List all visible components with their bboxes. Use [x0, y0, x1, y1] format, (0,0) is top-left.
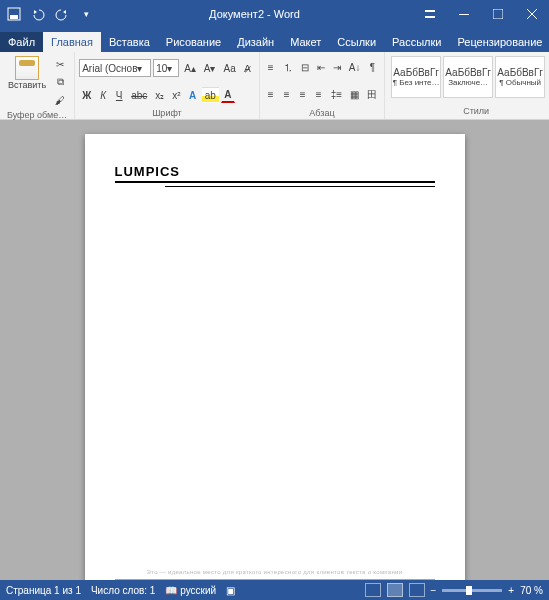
- superscript-icon[interactable]: x²: [169, 87, 183, 103]
- window-title: Документ2 - Word: [96, 8, 413, 20]
- clear-format-icon[interactable]: A̷: [241, 60, 255, 76]
- numbering-icon[interactable]: ⒈: [280, 60, 296, 76]
- svg-rect-3: [425, 16, 435, 18]
- tab-insert[interactable]: Вставка: [101, 32, 158, 52]
- status-page[interactable]: Страница 1 из 1: [6, 585, 81, 596]
- group-font-label: Шрифт: [79, 108, 255, 119]
- view-web-icon[interactable]: [409, 583, 425, 597]
- document-title[interactable]: LUMPICS: [115, 164, 435, 179]
- minimize-icon[interactable]: [447, 0, 481, 28]
- undo-icon[interactable]: [28, 4, 48, 24]
- zoom-in-button[interactable]: +: [508, 585, 514, 596]
- change-case-icon[interactable]: Aa: [221, 60, 239, 76]
- zoom-level[interactable]: 70 %: [520, 585, 543, 596]
- status-words[interactable]: Число слов: 1: [91, 585, 155, 596]
- status-lang[interactable]: 📖 русский: [165, 585, 216, 596]
- multilevel-icon[interactable]: ⊟: [298, 60, 312, 76]
- tab-mailings[interactable]: Рассылки: [384, 32, 449, 52]
- maximize-icon[interactable]: [481, 0, 515, 28]
- group-paragraph: ≡ ⒈ ⊟ ⇤ ⇥ A↓ ¶ ≡ ≡ ≡ ≡ ‡≡ ▦ 田 Абзац: [260, 52, 385, 119]
- footer-tagline: Это — идеальное место для краткого интер…: [115, 569, 435, 575]
- style-normal[interactable]: АаБбВвГг ¶ Обычный: [495, 56, 545, 98]
- bold-icon[interactable]: Ж: [79, 87, 94, 103]
- view-read-icon[interactable]: [365, 583, 381, 597]
- redo-icon[interactable]: [52, 4, 72, 24]
- font-name-select[interactable]: Arial (Основ▾: [79, 59, 151, 77]
- line-spacing-icon[interactable]: ‡≡: [328, 87, 345, 103]
- show-marks-icon[interactable]: ¶: [365, 60, 379, 76]
- statusbar: Страница 1 из 1 Число слов: 1 📖 русский …: [0, 580, 549, 600]
- align-left-icon[interactable]: ≡: [264, 87, 278, 103]
- document-body[interactable]: [115, 187, 435, 569]
- shrink-font-icon[interactable]: A▾: [201, 60, 219, 76]
- align-center-icon[interactable]: ≡: [280, 87, 294, 103]
- indent-dec-icon[interactable]: ⇤: [314, 60, 328, 76]
- paste-button[interactable]: Вставить: [4, 54, 50, 92]
- status-accessibility-icon[interactable]: ▣: [226, 585, 235, 596]
- font-color-icon[interactable]: A: [221, 87, 235, 103]
- tab-layout[interactable]: Макет: [282, 32, 329, 52]
- shading-icon[interactable]: ▦: [347, 87, 362, 103]
- ribbon: Вставить ✂ ⧉ 🖌 Буфер обме… Arial (Основ▾…: [0, 52, 549, 120]
- group-font: Arial (Основ▾ 10▾ A▴ A▾ Aa A̷ Ж К Ч abc …: [75, 52, 260, 119]
- indent-inc-icon[interactable]: ⇥: [330, 60, 344, 76]
- style-conclusion[interactable]: АаБбВвГг Заключе…: [443, 56, 493, 98]
- group-clipboard: Вставить ✂ ⧉ 🖌 Буфер обме…: [0, 52, 75, 119]
- tab-references[interactable]: Ссылки: [329, 32, 384, 52]
- grow-font-icon[interactable]: A▴: [181, 60, 199, 76]
- style-no-spacing[interactable]: АаБбВвГг ¶ Без инте…: [391, 56, 441, 98]
- document-workspace[interactable]: LUMPICS Это — идеальное место для кратко…: [0, 120, 549, 580]
- tab-review[interactable]: Рецензирование: [449, 32, 549, 52]
- group-styles: АаБбВвГг ¶ Без инте… АаБбВвГг Заключе… А…: [385, 52, 549, 119]
- tab-design[interactable]: Дизайн: [229, 32, 282, 52]
- ribbon-tabs: Файл Главная Вставка Рисование Дизайн Ма…: [0, 28, 549, 52]
- svg-rect-4: [459, 14, 469, 15]
- cut-icon[interactable]: ✂: [52, 56, 68, 72]
- copy-icon[interactable]: ⧉: [52, 74, 68, 90]
- clipboard-icon: [15, 56, 39, 80]
- highlight-icon[interactable]: ab: [202, 87, 219, 103]
- ribbon-options-icon[interactable]: [413, 0, 447, 28]
- titlebar: ▾ Документ2 - Word: [0, 0, 549, 28]
- tab-file[interactable]: Файл: [0, 32, 43, 52]
- paste-label: Вставить: [8, 80, 46, 90]
- subscript-icon[interactable]: x₂: [152, 87, 167, 103]
- svg-rect-1: [10, 15, 18, 19]
- group-styles-label: Стили: [389, 106, 549, 117]
- qat-customize-icon[interactable]: ▾: [76, 4, 96, 24]
- bullets-icon[interactable]: ≡: [264, 60, 278, 76]
- tab-draw[interactable]: Рисование: [158, 32, 229, 52]
- zoom-slider[interactable]: [442, 589, 502, 592]
- strike-icon[interactable]: abc: [128, 87, 150, 103]
- document-footer: Это — идеальное место для краткого интер…: [115, 569, 435, 580]
- borders-icon[interactable]: 田: [364, 87, 380, 103]
- underline-icon[interactable]: Ч: [112, 87, 126, 103]
- justify-icon[interactable]: ≡: [312, 87, 326, 103]
- close-icon[interactable]: [515, 0, 549, 28]
- zoom-out-button[interactable]: −: [431, 585, 437, 596]
- svg-rect-5: [493, 9, 503, 19]
- format-painter-icon[interactable]: 🖌: [52, 92, 68, 108]
- italic-icon[interactable]: К: [96, 87, 110, 103]
- document-page[interactable]: LUMPICS Это — идеальное место для кратко…: [85, 134, 465, 580]
- font-size-select[interactable]: 10▾: [153, 59, 179, 77]
- sort-icon[interactable]: A↓: [346, 60, 364, 76]
- save-icon[interactable]: [4, 4, 24, 24]
- text-effects-icon[interactable]: A: [186, 87, 200, 103]
- svg-rect-2: [425, 10, 435, 12]
- group-paragraph-label: Абзац: [264, 108, 380, 119]
- align-right-icon[interactable]: ≡: [296, 87, 310, 103]
- tab-home[interactable]: Главная: [43, 32, 101, 52]
- view-print-icon[interactable]: [387, 583, 403, 597]
- title-underline: [115, 181, 435, 183]
